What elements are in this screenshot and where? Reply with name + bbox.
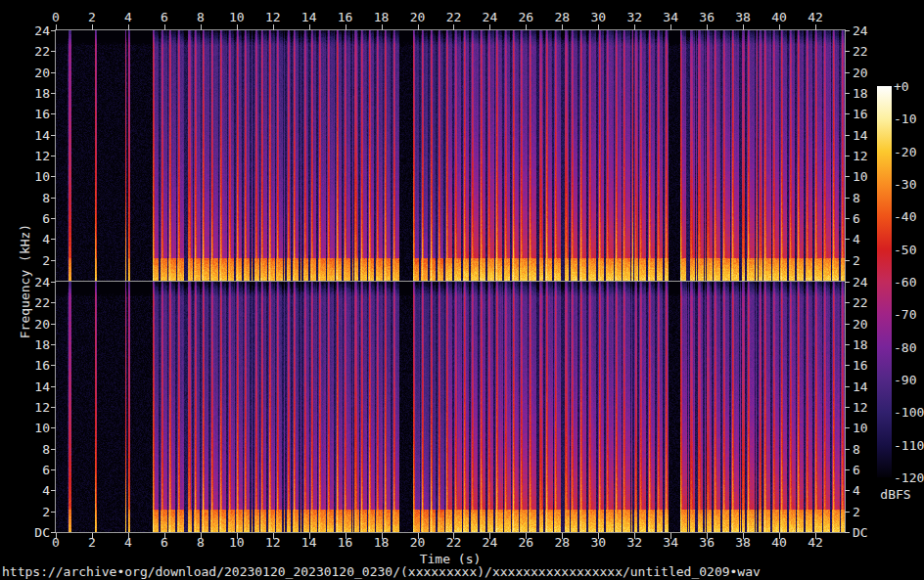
time-tick-label-bottom: 32 bbox=[621, 536, 648, 549]
freq-tick-mark-right bbox=[845, 302, 850, 303]
freq-tick-mark-left bbox=[51, 407, 56, 408]
time-tick-label-top: 36 bbox=[693, 11, 720, 23]
time-tick-label-top: 38 bbox=[729, 11, 757, 23]
colorbar-tick-label: -90 bbox=[894, 374, 924, 386]
freq-tick-label-right: 22 bbox=[853, 45, 882, 58]
freq-tick-mark-right bbox=[845, 324, 850, 325]
time-tick-label-bottom: 14 bbox=[296, 536, 323, 549]
time-tick-label-top: 26 bbox=[512, 11, 539, 23]
time-tick-label-bottom: 34 bbox=[657, 536, 684, 549]
time-tick-mark-top bbox=[707, 24, 708, 30]
freq-tick-mark-right bbox=[845, 113, 850, 114]
colorbar-tick-label: -110 bbox=[894, 439, 924, 452]
freq-tick-mark-left bbox=[51, 344, 56, 345]
freq-tick-label-left: 12 bbox=[23, 150, 50, 162]
time-tick-label-top: 8 bbox=[187, 11, 214, 23]
time-tick-label-bottom: 8 bbox=[187, 536, 214, 549]
freq-tick-mark-left bbox=[51, 135, 56, 136]
time-tick-label-bottom: 28 bbox=[548, 536, 576, 549]
time-tick-label-top: 0 bbox=[42, 11, 69, 23]
time-tick-label-top: 32 bbox=[621, 11, 648, 23]
time-tick-mark-top bbox=[670, 24, 671, 30]
time-tick-label-top: 24 bbox=[476, 11, 503, 23]
y-axis-title: Frequency (kHz) bbox=[19, 218, 31, 345]
colorbar-tick-label: -70 bbox=[894, 308, 924, 321]
freq-tick-mark-left bbox=[51, 365, 56, 366]
time-tick-label-bottom: 16 bbox=[332, 536, 359, 549]
time-tick-mark-top bbox=[743, 24, 744, 30]
freq-tick-mark-right bbox=[845, 260, 850, 261]
freq-tick-mark-left bbox=[51, 449, 56, 450]
time-tick-mark-top bbox=[489, 24, 490, 30]
freq-tick-label-left: DC bbox=[23, 526, 50, 539]
freq-tick-label-left: 22 bbox=[23, 45, 50, 58]
time-tick-label-bottom: 36 bbox=[693, 536, 720, 549]
freq-tick-mark-right bbox=[845, 51, 850, 52]
time-tick-label-bottom: 22 bbox=[439, 536, 467, 549]
freq-tick-mark-left bbox=[51, 113, 56, 114]
freq-tick-mark-left bbox=[51, 156, 56, 156]
freq-tick-mark-left bbox=[51, 260, 56, 261]
spectrogram-screen: 0022446688101012121414161618182020222224… bbox=[0, 0, 924, 580]
colorbar-tick-label: -30 bbox=[894, 178, 924, 191]
time-tick-label-top: 4 bbox=[115, 11, 142, 23]
time-tick-label-top: 10 bbox=[223, 11, 251, 23]
time-tick-label-bottom: 18 bbox=[368, 536, 395, 549]
time-tick-mark-top bbox=[273, 24, 274, 30]
time-tick-mark-top bbox=[418, 24, 419, 30]
time-tick-label-bottom: 6 bbox=[151, 536, 178, 549]
freq-tick-label-left: 14 bbox=[23, 129, 50, 142]
time-tick-label-bottom: 40 bbox=[765, 536, 793, 549]
freq-tick-label-left: 18 bbox=[23, 87, 50, 100]
freq-tick-mark-left bbox=[51, 93, 56, 94]
time-tick-mark-top bbox=[164, 24, 165, 30]
freq-tick-mark-left bbox=[51, 302, 56, 303]
time-tick-mark-top bbox=[92, 24, 93, 30]
freq-tick-label-left: 12 bbox=[23, 401, 50, 414]
footer-url-text: https://archive•org/download/20230120_20… bbox=[2, 565, 761, 578]
freq-tick-mark-right bbox=[845, 218, 850, 219]
plot-border-bottom bbox=[55, 532, 846, 533]
freq-tick-mark-right bbox=[845, 135, 850, 136]
time-tick-label-top: 20 bbox=[404, 11, 432, 23]
time-tick-label-top: 30 bbox=[584, 11, 612, 23]
colorbar-tick-label: -60 bbox=[894, 276, 924, 289]
freq-tick-mark-right bbox=[845, 490, 850, 491]
time-tick-mark-top bbox=[56, 24, 57, 30]
time-tick-label-bottom: 24 bbox=[476, 536, 503, 549]
freq-tick-mark-right bbox=[845, 282, 850, 283]
freq-tick-mark-right bbox=[845, 365, 850, 366]
freq-tick-label-left: 24 bbox=[23, 24, 50, 37]
time-tick-label-top: 6 bbox=[151, 11, 178, 23]
time-tick-label-top: 16 bbox=[332, 11, 359, 23]
freq-tick-mark-left bbox=[51, 427, 56, 428]
freq-tick-mark-left bbox=[51, 282, 56, 283]
time-tick-mark-top bbox=[634, 24, 635, 30]
spectrogram-channel-1 bbox=[56, 30, 845, 281]
freq-tick-mark-left bbox=[51, 512, 56, 513]
freq-tick-label-left: 14 bbox=[23, 380, 50, 393]
freq-tick-mark-right bbox=[845, 198, 850, 199]
time-tick-label-top: 34 bbox=[657, 11, 684, 23]
time-tick-label-top: 28 bbox=[548, 11, 576, 23]
freq-tick-mark-right bbox=[845, 449, 850, 450]
time-tick-mark-top bbox=[201, 24, 202, 30]
freq-tick-mark-right bbox=[845, 427, 850, 428]
time-tick-label-bottom: 26 bbox=[512, 536, 539, 549]
time-tick-label-bottom: 4 bbox=[115, 536, 142, 549]
freq-tick-mark-left bbox=[51, 51, 56, 52]
freq-tick-mark-left bbox=[51, 72, 56, 73]
freq-tick-label-left: 16 bbox=[23, 108, 50, 120]
colorbar-tick-label: -80 bbox=[894, 341, 924, 354]
time-tick-mark-top bbox=[526, 24, 527, 30]
colorbar-tick-label: +0 bbox=[894, 80, 924, 93]
time-tick-mark-top bbox=[453, 24, 454, 30]
freq-tick-label-left: 10 bbox=[23, 422, 50, 434]
freq-tick-label-left: 10 bbox=[23, 170, 50, 183]
colorbar-tick-label: -100 bbox=[894, 406, 924, 419]
freq-tick-label-left: 8 bbox=[23, 192, 50, 204]
freq-tick-label-left: 4 bbox=[23, 484, 50, 497]
time-tick-mark-top bbox=[815, 24, 816, 30]
colorbar-tick-label: -40 bbox=[894, 210, 924, 223]
colorbar-tick-label: -50 bbox=[894, 244, 924, 256]
